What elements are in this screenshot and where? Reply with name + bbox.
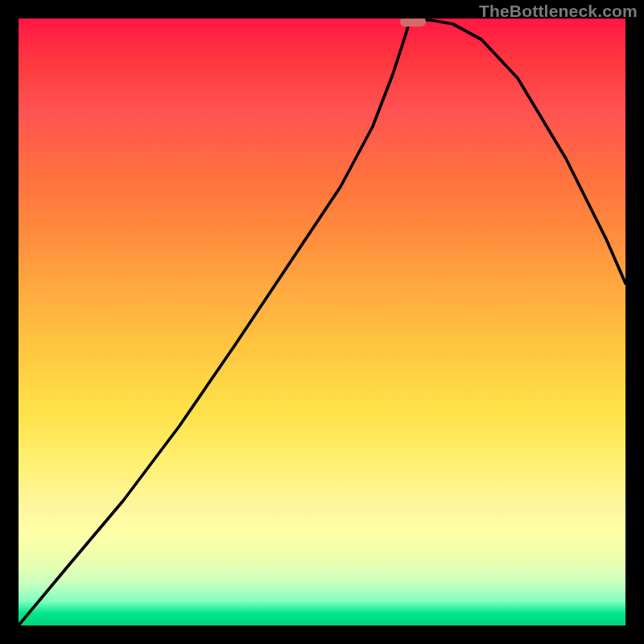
plot-area (19, 19, 625, 625)
optimal-marker (400, 19, 426, 27)
chart-frame: TheBottleneck.com (0, 0, 644, 644)
watermark-text: TheBottleneck.com (479, 2, 638, 21)
curve-svg (19, 19, 625, 625)
bottleneck-curve (19, 20, 625, 625)
